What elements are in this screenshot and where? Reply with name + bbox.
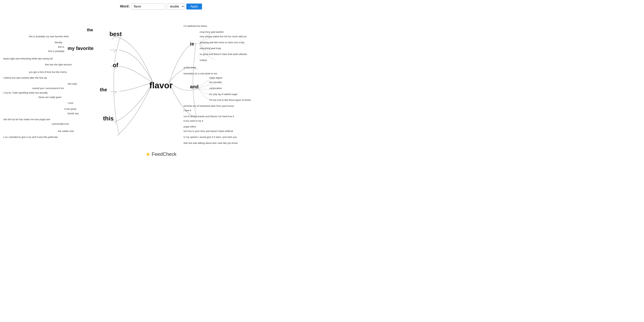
ctx-right-18: if you want to try it	[184, 120, 203, 122]
branch-best: best	[110, 30, 122, 38]
ctx-right-7: unique	[200, 59, 207, 62]
branch-the-1: the	[87, 28, 93, 32]
ctx-right-21: in my opinion i would give it 5 stars i …	[184, 136, 237, 138]
ctx-right-13: it's only 4g of added sugar	[209, 93, 238, 96]
branch-this: this	[103, 115, 114, 122]
ctx-text-2: literally	[55, 41, 62, 44]
word-input[interactable]	[131, 4, 165, 10]
feedcheck-logo: ★ FeedCheck	[146, 151, 176, 158]
ctx-right-15: reminds me of framboise beer from yard h…	[184, 104, 234, 107]
ctx-right-8: of this drink	[184, 66, 196, 69]
ctx-right-6: so good and doesn't have that awful afte…	[200, 53, 247, 56]
ctx-right-16: i love it	[184, 109, 191, 112]
branch-my-favorite: my favorite	[68, 46, 94, 51]
ctx-right-17: out of all the brands and flavors i've t…	[184, 115, 234, 118]
ctx-right-20: isn't too in your face and doesn't taste…	[184, 130, 233, 132]
ctx-text-11: o try bc i hate sparkling water but actu…	[3, 91, 48, 94]
ctx-right-2: crisp fizzy and tasteful	[200, 30, 224, 33]
ctx-text-14: it has good	[64, 108, 76, 110]
ctx-text-18: the subtle rose	[58, 130, 74, 132]
ctx-text-10: overall yes i recommend it for	[32, 87, 64, 90]
ctx-right-1: i'm addicted too these	[184, 24, 207, 28]
ctx-text-4: this is probably	[48, 50, 64, 52]
ctx-text-6: this has the right amount	[45, 63, 72, 66]
viz-area: flavor the best my favorite of the this …	[0, 11, 322, 159]
ctx-text-1: this is probably my new favorite drink	[29, 35, 69, 38]
ctx-right-10: helps digest	[209, 76, 222, 79]
ctx-right-19: poppi offers	[184, 125, 196, 128]
branch-and: and	[190, 84, 199, 90]
ctx-text-15: barely any	[68, 112, 79, 115]
ctx-right-22: that she was talking about and i was lik…	[184, 142, 238, 144]
ctx-right-9: translates as a cola taste to me	[184, 72, 217, 75]
branch-the-2: the	[100, 87, 107, 92]
ctx-text-7: you get a hint of lime but the cherry	[29, 70, 67, 74]
ctx-text-5: tastes light and refreshing while also b…	[3, 57, 52, 60]
ctx-right-5: refreshing and fruity	[200, 47, 221, 50]
ctx-text-17: i personally love	[52, 122, 69, 125]
ctx-text-12: these are really good	[38, 96, 61, 98]
feedcheck-name: FeedCheck	[152, 151, 176, 157]
toolbar: Word: single double triple Apply	[0, 0, 322, 11]
ctx-text-3: this is	[58, 46, 64, 48]
ctx-text-19: s so i decided to give a try and it was …	[3, 136, 58, 138]
ctx-right-12: carbonation	[209, 87, 222, 90]
type-select[interactable]: single double triple	[167, 3, 184, 10]
ctx-right-4: amazing and she loves to have one a day	[200, 41, 244, 44]
word-label: Word:	[120, 4, 130, 8]
star-icon: ★	[146, 151, 150, 158]
ctx-text-13: i love	[68, 102, 73, 104]
ctx-right-3: very unique sweet but not too much with …	[200, 35, 246, 38]
ctx-text-8: t before but was hooked after the first …	[3, 76, 47, 79]
ctx-right-14: i'm not one to like these types of drink…	[209, 98, 251, 101]
apply-button[interactable]: Apply	[186, 4, 202, 10]
branch-is: is	[190, 41, 194, 47]
ctx-text-9: she says	[68, 82, 77, 85]
branch-of: of	[113, 62, 118, 68]
ctx-right-11: the benefits	[209, 81, 222, 84]
center-word: flavor	[149, 80, 172, 90]
ctx-text-16: nds this by far has made me love poppi a…	[3, 118, 50, 121]
